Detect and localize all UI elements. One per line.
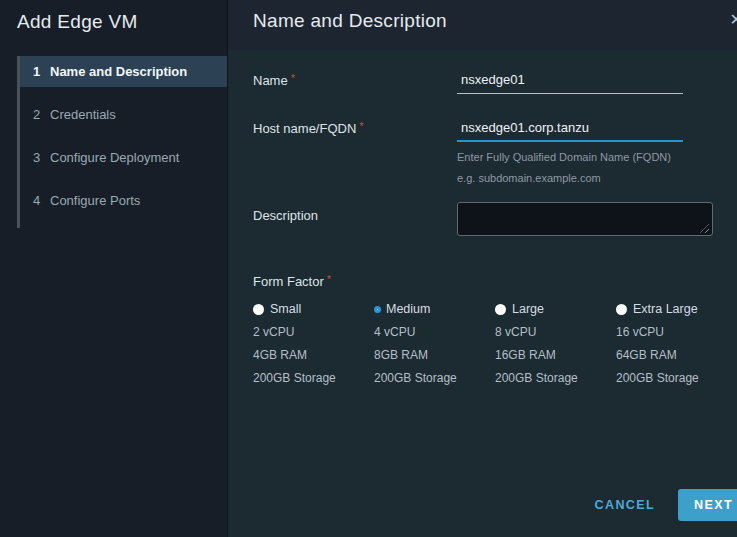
vcpu-spec: 2 vCPU — [253, 325, 374, 339]
cancel-button[interactable]: CANCEL — [591, 492, 659, 518]
panel-body: Name* Host name/FQDN* Enter Fully Qualif… — [228, 50, 737, 537]
name-input[interactable] — [457, 72, 683, 94]
vcpu-spec: 4 vCPU — [374, 325, 495, 339]
step-number: 3 — [33, 150, 50, 165]
step-credentials[interactable]: 2 Credentials — [20, 99, 227, 130]
panel-header: Name and Description ✕ — [228, 0, 737, 50]
form-factor-option-extra-large: Extra Large 16 vCPU 64GB RAM 200GB Stora… — [616, 302, 737, 385]
form-factor-option-medium: Medium 4 vCPU 8GB RAM 200GB Storage — [374, 302, 495, 385]
step-name-and-description[interactable]: 1 Name and Description — [20, 56, 227, 87]
ram-spec: 4GB RAM — [253, 348, 374, 362]
name-row: Name* — [253, 70, 737, 94]
required-marker: * — [359, 120, 363, 132]
ram-spec: 64GB RAM — [616, 348, 737, 362]
step-label: Credentials — [50, 107, 116, 122]
radio-medium[interactable]: Medium — [374, 302, 495, 316]
storage-spec: 200GB Storage — [374, 371, 495, 385]
form-factor-option-small: Small 2 vCPU 4GB RAM 200GB Storage — [253, 302, 374, 385]
hostname-helper-example: e.g. subdomain.example.com — [457, 172, 683, 184]
hostname-input[interactable] — [457, 120, 683, 142]
hostname-helper-fqdn: Enter Fully Qualified Domain Name (FQDN) — [457, 151, 683, 163]
required-marker: * — [327, 273, 331, 285]
storage-spec: 200GB Storage — [616, 371, 737, 385]
panel-title: Name and Description — [253, 10, 447, 32]
radio-extra-large[interactable]: Extra Large — [616, 302, 737, 316]
storage-spec: 200GB Storage — [253, 371, 374, 385]
radio-unselected-icon[interactable] — [253, 304, 264, 315]
description-label: Description — [253, 202, 457, 223]
step-number: 2 — [33, 107, 50, 122]
radio-selected-icon[interactable] — [374, 306, 381, 313]
radio-small[interactable]: Small — [253, 302, 374, 316]
hostname-row: Host name/FQDN* Enter Fully Qualified Do… — [253, 118, 737, 184]
form-factor-section: Form Factor* Small 2 vCPU 4GB RAM 200GB … — [253, 271, 737, 385]
required-marker: * — [291, 72, 295, 84]
step-label: Configure Deployment — [50, 150, 179, 165]
wizard-steps: 1 Name and Description 2 Credentials 3 C… — [17, 56, 227, 228]
step-configure-deployment[interactable]: 3 Configure Deployment — [20, 142, 227, 173]
form-factor-label: Form Factor* — [253, 271, 737, 289]
storage-spec: 200GB Storage — [495, 371, 616, 385]
hostname-label: Host name/FQDN* — [253, 118, 457, 136]
radio-unselected-icon[interactable] — [616, 304, 627, 315]
radio-unselected-icon[interactable] — [495, 304, 506, 315]
wizard-sidebar: Add Edge VM 1 Name and Description 2 Cre… — [0, 0, 228, 537]
dialog-title: Add Edge VM — [0, 0, 227, 33]
form-factor-option-large: Large 8 vCPU 16GB RAM 200GB Storage — [495, 302, 616, 385]
ram-spec: 16GB RAM — [495, 348, 616, 362]
step-label: Name and Description — [50, 64, 187, 79]
step-label: Configure Ports — [50, 193, 140, 208]
step-number: 4 — [33, 193, 50, 208]
vcpu-spec: 8 vCPU — [495, 325, 616, 339]
vcpu-spec: 16 vCPU — [616, 325, 737, 339]
name-label: Name* — [253, 70, 457, 88]
radio-large[interactable]: Large — [495, 302, 616, 316]
step-number: 1 — [33, 64, 50, 79]
add-edge-vm-dialog: Add Edge VM 1 Name and Description 2 Cre… — [0, 0, 737, 537]
description-row: Description — [253, 202, 737, 240]
step-configure-ports[interactable]: 4 Configure Ports — [20, 185, 227, 216]
close-icon[interactable]: ✕ — [726, 10, 737, 30]
dialog-footer: CANCEL NEXT — [591, 489, 737, 521]
wizard-main-panel: Name and Description ✕ Name* Host name/F… — [228, 0, 737, 537]
form-factor-options: Small 2 vCPU 4GB RAM 200GB Storage Mediu… — [253, 302, 737, 385]
next-button[interactable]: NEXT — [678, 489, 737, 521]
ram-spec: 8GB RAM — [374, 348, 495, 362]
description-textarea[interactable] — [457, 202, 713, 236]
